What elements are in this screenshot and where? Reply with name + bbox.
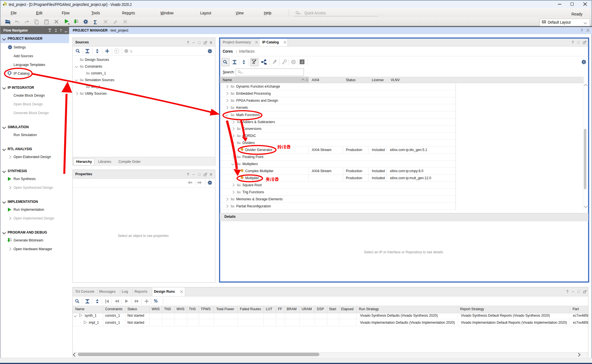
svg-text:10: 10 <box>10 240 12 242</box>
svg-text:10: 10 <box>76 21 79 23</box>
